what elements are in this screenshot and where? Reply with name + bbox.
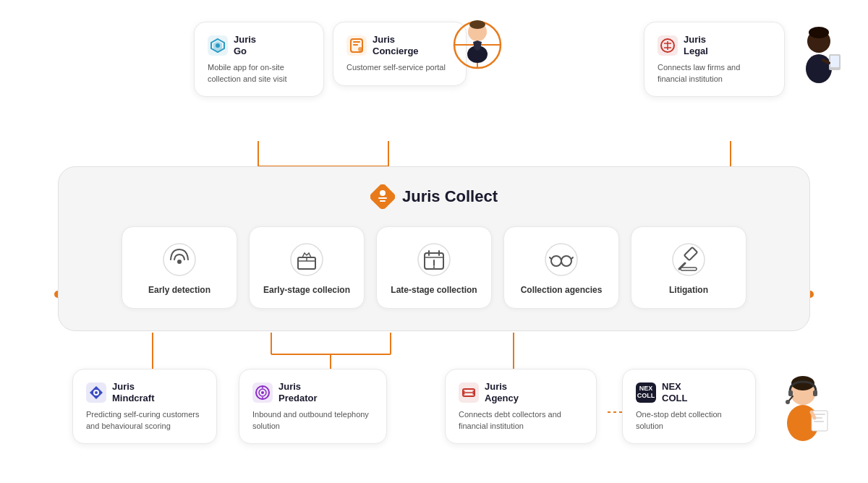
- juris-mindcraft-desc: Predicting self-curing customers and beh…: [86, 409, 203, 432]
- juris-concierge-card: Juris Concierge Customer self-service po…: [333, 22, 467, 86]
- juris-concierge-name-l2: Concierge: [373, 46, 419, 57]
- feature-cards-row: Early detection Early-stage collecion: [80, 226, 788, 309]
- svg-rect-40: [830, 56, 839, 67]
- svg-rect-88: [814, 421, 824, 422]
- svg-rect-44: [378, 197, 387, 199]
- juris-agency-logo: [459, 382, 479, 403]
- juris-agency-card: Juris Agency Connects debt collectors an…: [445, 369, 597, 444]
- svg-rect-45: [380, 200, 386, 202]
- juris-agency-name-l1: Juris: [485, 381, 519, 393]
- litigation-icon: [671, 241, 707, 278]
- juris-mindcraft-name-l2: Mindcraft: [112, 393, 155, 404]
- juris-concierge-logo: [346, 35, 367, 56]
- late-stage-card: Late-stage collection: [376, 226, 492, 309]
- juris-collect-title: Juris Collect: [80, 184, 788, 209]
- nexcoll-desc: One-stop debt collection solution: [636, 409, 742, 432]
- early-stage-label: Early-stage collecion: [263, 285, 350, 296]
- svg-point-38: [809, 27, 829, 38]
- svg-line-67: [679, 263, 685, 269]
- svg-line-64: [571, 257, 573, 259]
- svg-rect-86: [814, 414, 825, 415]
- early-stage-card: Early-stage collecion: [249, 226, 365, 309]
- svg-point-61: [561, 256, 571, 266]
- svg-point-36: [806, 54, 832, 83]
- juris-go-name-l1: Juris: [234, 34, 256, 46]
- early-detection-label: Early detection: [148, 285, 210, 296]
- juris-go-desc: Mobile app for on-site collection and si…: [208, 62, 310, 85]
- juris-mindcraft-logo: [86, 382, 106, 403]
- juris-predator-card: Juris Predator Inbound and outbound tele…: [239, 369, 387, 444]
- litigation-card: Litigation: [631, 226, 746, 309]
- avatar-businessman: [448, 7, 506, 72]
- juris-concierge-desc: Customer self-service portal: [346, 62, 453, 73]
- juris-predator-name-l1: Juris: [278, 381, 317, 393]
- svg-line-63: [550, 257, 551, 259]
- svg-point-43: [380, 190, 386, 196]
- collection-agencies-icon: [543, 241, 579, 278]
- juris-legal-desc: Connects law firms and financial institu…: [658, 62, 771, 85]
- litigation-label: Litigation: [669, 285, 708, 296]
- svg-point-19: [216, 43, 220, 48]
- juris-legal-card: Juris Legal Connects law firms and finan…: [644, 22, 785, 97]
- svg-point-47: [177, 260, 182, 264]
- svg-rect-82: [788, 390, 793, 396]
- juris-mindcraft-name-l1: Juris: [112, 381, 155, 393]
- juris-collect-icon: [370, 184, 395, 209]
- avatar-legal-man: [788, 11, 854, 83]
- avatar-woman-headset: [767, 354, 839, 441]
- juris-predator-logo: [252, 382, 273, 403]
- svg-rect-21: [353, 41, 360, 43]
- early-detection-card: Early detection: [122, 226, 237, 309]
- svg-rect-42: [370, 184, 395, 209]
- svg-point-84: [786, 400, 790, 404]
- juris-mindcraft-card: Juris Mindcraft Predicting self-curing c…: [72, 369, 217, 444]
- juris-predator-name-l2: Predator: [278, 393, 317, 404]
- svg-rect-66: [684, 247, 697, 260]
- juris-legal-name-l2: Legal: [684, 46, 708, 57]
- nexcoll-card: NEX COLL NEX COLL One-stop debt collecti…: [622, 369, 756, 444]
- collection-agencies-label: Collection agencies: [521, 285, 603, 296]
- early-stage-icon: [289, 241, 325, 278]
- svg-point-74: [261, 391, 264, 394]
- juris-go-card: Juris Go Mobile app for on-site collecti…: [194, 22, 324, 97]
- svg-point-71: [95, 391, 98, 394]
- nexcoll-name-l2: COLL: [662, 393, 687, 404]
- juris-legal-logo: [658, 35, 678, 56]
- juris-collect-label: Juris Collect: [402, 187, 498, 206]
- svg-rect-68: [681, 268, 697, 270]
- svg-point-29: [469, 20, 485, 29]
- diagram-container: Juris Go Mobile app for on-site collecti…: [0, 0, 868, 483]
- juris-legal-name-l1: Juris: [684, 34, 708, 46]
- nexcoll-name-l1: NEX: [662, 381, 687, 393]
- juris-collect-main-box: Juris Collect Early detection: [58, 166, 810, 331]
- svg-point-58: [433, 266, 435, 268]
- collection-agencies-card: Collection agencies: [503, 226, 619, 309]
- juris-concierge-name-l1: Juris: [373, 34, 419, 46]
- svg-rect-83: [813, 390, 817, 396]
- nexcoll-logo: NEX COLL: [636, 382, 656, 403]
- juris-predator-desc: Inbound and outbound telephony solution: [252, 409, 373, 432]
- juris-agency-desc: Connects debt collectors and financial i…: [459, 409, 583, 432]
- early-detection-icon: [161, 241, 197, 278]
- svg-point-60: [551, 256, 561, 266]
- svg-rect-22: [353, 44, 358, 46]
- juris-agency-name-l2: Agency: [485, 393, 519, 404]
- juris-go-logo: [208, 35, 228, 56]
- late-stage-icon: [416, 241, 452, 278]
- juris-go-name-l2: Go: [234, 46, 256, 57]
- late-stage-label: Late-stage collection: [391, 285, 477, 296]
- svg-point-23: [358, 47, 362, 51]
